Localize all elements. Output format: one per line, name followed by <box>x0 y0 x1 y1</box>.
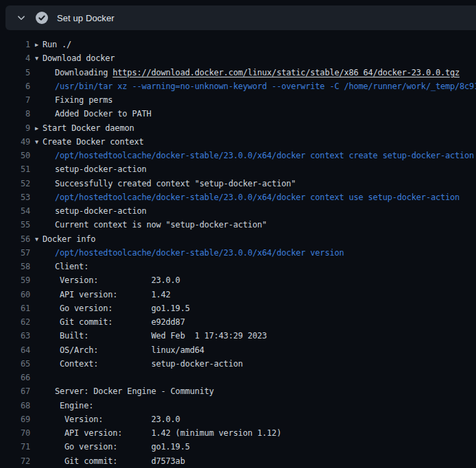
line-number[interactable]: 52 <box>0 179 30 188</box>
log-line: 8Added Docker to PATH <box>0 107 476 121</box>
line-number[interactable]: 64 <box>0 345 30 355</box>
log-line-text: Fixing perms <box>55 95 112 105</box>
line-number[interactable]: 67 <box>0 386 30 396</box>
log-plain-text: Git commit: d7573ab <box>55 456 185 466</box>
line-number[interactable]: 59 <box>0 275 30 285</box>
log-line: 5Downloading https://download.docker.com… <box>0 66 476 79</box>
log-line-text: Downloading https://download.docker.com/… <box>55 68 460 77</box>
triangle-right-icon[interactable]: ▶ <box>35 41 43 48</box>
log-plain-text: setup-docker-action <box>55 206 146 216</box>
log-line: 57/opt/hostedtoolcache/docker-stable/23.… <box>0 246 476 260</box>
line-number[interactable]: 53 <box>0 193 30 202</box>
line-number[interactable]: 9 <box>0 123 30 133</box>
log-command-text: /opt/hostedtoolcache/docker-stable/23.0.… <box>55 193 460 202</box>
log-group-title: Create Docker context <box>43 137 144 147</box>
line-number[interactable]: 66 <box>0 373 30 382</box>
line-number[interactable]: 7 <box>0 95 30 105</box>
log-line: 51setup-docker-action <box>0 162 476 176</box>
log-line-text: /opt/hostedtoolcache/docker-stable/23.0.… <box>55 248 344 258</box>
workflow-log-view: Set up Docker 1▶Run ./4▼Download docker5… <box>0 0 476 468</box>
line-number[interactable]: 51 <box>0 164 30 174</box>
log-line: 56▼Docker info <box>0 232 476 246</box>
log-line: 4▼Download docker <box>0 51 476 65</box>
line-number[interactable]: 61 <box>0 304 30 313</box>
log-line: 55Current context is now "setup-docker-a… <box>0 218 476 232</box>
log-url-link[interactable]: https://download.docker.com/linux/static… <box>112 68 460 77</box>
log-group-title: Docker info <box>43 234 95 244</box>
log-line-text: Server: Docker Engine - Community <box>55 386 214 396</box>
triangle-down-icon[interactable]: ▼ <box>35 235 43 242</box>
log-line-text: /opt/hostedtoolcache/docker-stable/23.0.… <box>55 193 460 202</box>
line-number[interactable]: 54 <box>0 206 30 216</box>
log-line-text: Built: Wed Feb 1 17:43:29 2023 <box>55 331 267 341</box>
line-number[interactable]: 62 <box>0 317 30 327</box>
line-number[interactable]: 4 <box>0 53 30 63</box>
triangle-down-icon[interactable]: ▼ <box>35 55 43 62</box>
log-group-header[interactable]: ▶Run ./ <box>35 40 71 49</box>
line-number[interactable]: 69 <box>0 415 30 424</box>
log-line-text: OS/Arch: linux/amd64 <box>55 345 204 355</box>
chevron-down-icon[interactable] <box>16 13 26 23</box>
line-number[interactable]: 57 <box>0 248 30 258</box>
line-number[interactable]: 6 <box>0 82 30 91</box>
log-line-text: Version: 23.0.0 <box>55 415 180 424</box>
log-group-header[interactable]: ▼Docker info <box>35 234 95 244</box>
check-circle-icon <box>36 12 48 24</box>
log-group-header[interactable]: ▶Start Docker daemon <box>35 123 134 133</box>
log-line: 68 Engine: <box>0 399 476 412</box>
log-line: 1▶Run ./ <box>0 38 476 51</box>
step-header[interactable]: Set up Docker <box>5 5 476 30</box>
line-number[interactable]: 5 <box>0 68 30 77</box>
log-line-text: Current context is now "setup-docker-act… <box>55 220 267 230</box>
line-number[interactable]: 63 <box>0 331 30 341</box>
triangle-right-icon[interactable]: ▶ <box>35 124 43 131</box>
log-line-text: Successfully created context "setup-dock… <box>55 179 296 188</box>
log-group-header[interactable]: ▼Create Docker context <box>35 137 144 147</box>
log-line-text: Go version: go1.19.5 <box>55 304 190 313</box>
log-plain-text: API version: 1.42 (minimum version 1.12) <box>55 428 281 438</box>
log-plain-text: Engine: <box>55 401 93 410</box>
log-line-text: Git commit: d7573ab <box>55 456 185 466</box>
log-line: 65 Context: setup-docker-action <box>0 357 476 371</box>
log-group-title: Download docker <box>43 53 115 63</box>
line-number[interactable]: 68 <box>0 401 30 410</box>
line-number[interactable]: 8 <box>0 109 30 119</box>
line-number[interactable]: 58 <box>0 262 30 271</box>
log-plain-text: Built: Wed Feb 1 17:43:29 2023 <box>55 331 267 341</box>
log-command-text: /usr/bin/tar xz --warning=no-unknown-key… <box>55 82 476 91</box>
line-number[interactable]: 60 <box>0 290 30 299</box>
log-plain-text: Successfully created context "setup-dock… <box>55 179 296 188</box>
log-line: 71 Go version: go1.19.5 <box>0 440 476 454</box>
line-number[interactable]: 1 <box>0 40 30 49</box>
log-line-text: API version: 1.42 (minimum version 1.12) <box>55 428 281 438</box>
log-group-title: Run ./ <box>43 40 71 49</box>
log-group-header[interactable]: ▼Download docker <box>35 53 115 63</box>
log-line: 67Server: Docker Engine - Community <box>0 384 476 398</box>
triangle-down-icon[interactable]: ▼ <box>35 138 43 145</box>
line-number[interactable]: 56 <box>0 234 30 244</box>
log-line: 60 API version: 1.42 <box>0 288 476 301</box>
log-line: 9▶Start Docker daemon <box>0 121 476 135</box>
log-plain-text: Context: setup-docker-action <box>55 359 243 369</box>
log-plain-text: Added Docker to PATH <box>55 109 152 119</box>
log-plain-text: Go version: go1.19.5 <box>55 304 190 313</box>
line-number[interactable]: 49 <box>0 137 30 147</box>
line-number[interactable]: 71 <box>0 442 30 452</box>
log-plain-text: Version: 23.0.0 <box>55 275 180 285</box>
line-number[interactable]: 50 <box>0 151 30 160</box>
log-line-text: Added Docker to PATH <box>55 109 152 119</box>
line-number[interactable]: 55 <box>0 220 30 230</box>
line-number[interactable]: 70 <box>0 428 30 438</box>
log-line-text: Git commit: e92dd87 <box>55 317 185 327</box>
log-line: 7Fixing perms <box>0 93 476 107</box>
log-line: 64 OS/Arch: linux/amd64 <box>0 343 476 357</box>
line-number[interactable]: 72 <box>0 456 30 466</box>
log-container: 1▶Run ./4▼Download docker5Downloading ht… <box>0 30 476 468</box>
log-line: 70 API version: 1.42 (minimum version 1.… <box>0 426 476 440</box>
log-plain-text: Server: Docker Engine - Community <box>55 386 214 396</box>
line-number[interactable]: 65 <box>0 359 30 369</box>
log-line-text: Context: setup-docker-action <box>55 359 243 369</box>
log-line: 66 <box>0 371 476 384</box>
log-line-text: setup-docker-action <box>55 164 146 174</box>
log-line-text: setup-docker-action <box>55 206 146 216</box>
